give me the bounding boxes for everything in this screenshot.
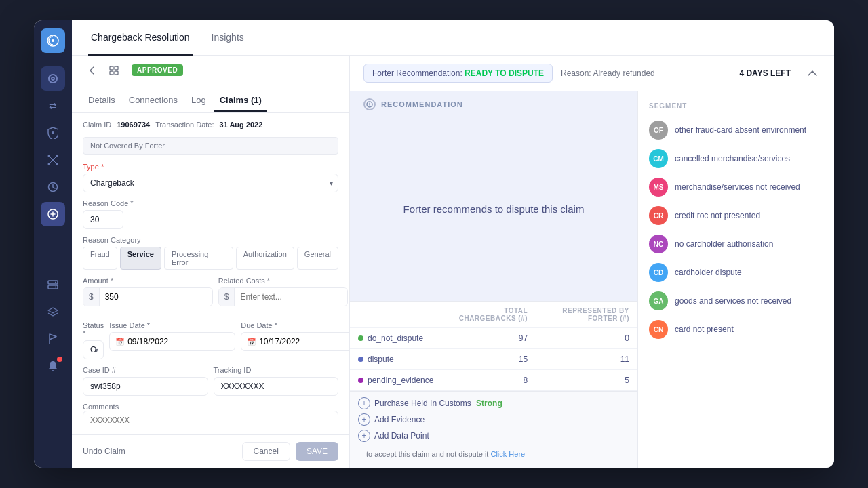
amount-prefix: $ xyxy=(83,288,100,306)
sidebar-item-nodes[interactable] xyxy=(41,148,65,172)
reason-category-row: Reason Category Fraud Service Processing… xyxy=(83,236,338,270)
sidebar-item-alert[interactable] xyxy=(41,354,65,378)
main-content: Chargeback Resolution Insights xyxy=(72,20,834,468)
issue-date-wrapper: 📅 xyxy=(109,332,235,351)
purchase-held-text: Purchase Held In Customs Strong xyxy=(374,399,502,408)
type-select[interactable]: Chargeback xyxy=(83,174,338,192)
purchase-held-strength: Strong xyxy=(476,399,502,408)
segment-item: GA goods and services not received xyxy=(649,291,823,310)
reason-code-input[interactable] xyxy=(83,210,123,229)
transaction-date-value: 31 Aug 2022 xyxy=(220,121,263,129)
add-purchase-button[interactable]: + xyxy=(358,397,370,409)
add-evidence-text: Add Evidence xyxy=(374,415,425,424)
svg-point-1 xyxy=(52,39,54,42)
type-label: Type * xyxy=(83,163,338,171)
segment-panel: SEGMENT OF other fraud-card absent envir… xyxy=(637,92,834,468)
sidebar-logo xyxy=(41,28,65,53)
segment-item: MS merchandise/services not received xyxy=(649,178,823,197)
view-toggle-button[interactable] xyxy=(104,61,123,80)
tab-log[interactable]: Log xyxy=(186,95,212,112)
svg-line-8 xyxy=(49,156,53,160)
click-here-link[interactable]: Click Here xyxy=(490,450,525,458)
save-button[interactable]: SAVE xyxy=(296,442,338,461)
evidence-area: + Purchase Held In Customs Strong + Add … xyxy=(350,391,637,468)
cancel-button[interactable]: Cancel xyxy=(242,442,290,461)
claim-id-label: Claim ID xyxy=(83,121,111,129)
reason-code-row: Reason Code * xyxy=(83,199,338,229)
tracking-id-input[interactable] xyxy=(214,377,339,396)
tab-details[interactable]: Details xyxy=(83,95,121,112)
sidebar-item-flag[interactable] xyxy=(41,327,65,351)
tab-insights[interactable]: Insights xyxy=(209,20,247,56)
issue-date-input[interactable] xyxy=(127,333,229,350)
comments-input[interactable] xyxy=(83,411,338,434)
sidebar-item-shield[interactable] xyxy=(41,121,65,145)
segment-avatar: OF xyxy=(649,121,668,140)
recommendation-header: Forter Recommendation: READY TO DISPUTE … xyxy=(350,56,834,92)
reason-category-tabs: Fraud Service Processing Error Authoriza… xyxy=(83,247,338,270)
due-date-label: Due Date * xyxy=(241,321,349,329)
sidebar-item-layers[interactable] xyxy=(41,300,65,324)
row-label: do_not_dispute xyxy=(350,328,441,349)
add-evidence-item: + Add Evidence xyxy=(358,413,629,426)
tab-connections[interactable]: Connections xyxy=(123,95,183,112)
reason-value: Already refunded xyxy=(593,68,654,78)
sidebar-item-arrows[interactable]: ⇄ xyxy=(41,94,65,118)
tab-claims[interactable]: Claims (1) xyxy=(214,95,267,112)
sidebar-item-fingerprint[interactable] xyxy=(41,66,65,91)
comments-section: Comments xyxy=(83,403,338,434)
sidebar-item-time[interactable] xyxy=(41,175,65,199)
sub-nav: APPROVED xyxy=(72,56,349,85)
sidebar-item-active-center[interactable] xyxy=(41,202,65,226)
segment-avatar: MS xyxy=(649,178,668,197)
calendar-icon: 📅 xyxy=(115,338,125,346)
due-date-group: Due Date * 📅 xyxy=(241,321,349,359)
tracking-id-group: Tracking ID xyxy=(214,366,339,396)
add-evidence-button[interactable]: + xyxy=(358,413,370,426)
rc-tab-authorization[interactable]: Authorization xyxy=(236,247,294,270)
rc-tab-general[interactable]: General xyxy=(297,247,338,270)
detail-tabs: Details Connections Log Claims (1) xyxy=(72,85,349,113)
middle-section: RECOMMENDATION Forter recommends to disp… xyxy=(350,92,834,468)
due-date-input[interactable] xyxy=(259,333,349,350)
tab-chargeback-resolution[interactable]: Chargeback Resolution xyxy=(88,20,193,56)
table-row: pending_evidence 8 5 xyxy=(350,370,637,391)
amount-row: Amount * $ Related Costs * $ xyxy=(83,277,338,314)
row-total: 8 xyxy=(441,370,536,391)
rec-title: RECOMMENDATION xyxy=(381,100,463,108)
related-costs-input[interactable] xyxy=(235,288,347,306)
add-data-point-text: Add Data Point xyxy=(374,431,429,441)
rec-title-icon xyxy=(363,98,376,110)
undo-claim-link[interactable]: Undo Claim xyxy=(83,447,125,456)
rc-tab-fraud[interactable]: Fraud xyxy=(83,247,117,270)
segment-item: CN card not present xyxy=(649,320,823,339)
amount-group: Amount * $ xyxy=(83,277,213,314)
type-row: Type * Chargeback xyxy=(83,163,338,192)
amount-label: Amount * xyxy=(83,277,213,285)
chargebacks-table: TOTAL CHARGEBACKS (#) REPRESENTED BY FOR… xyxy=(350,302,637,391)
due-date-wrapper: 📅 xyxy=(241,332,349,351)
rc-tab-processing[interactable]: Processing Error xyxy=(164,247,233,270)
case-id-input[interactable] xyxy=(83,377,208,396)
segment-avatar: GA xyxy=(649,291,668,310)
add-data-point-button[interactable]: + xyxy=(358,430,370,442)
rec-prefix: Forter Recommendation: xyxy=(372,68,462,78)
recommendation-tag: Forter Recommendation: READY TO DISPUTE xyxy=(363,64,553,83)
rc-tab-service[interactable]: Service xyxy=(120,247,161,270)
segment-avatar: CN xyxy=(649,320,668,339)
claim-id-row: Claim ID 19069734 Transaction Date: 31 A… xyxy=(83,121,338,129)
segment-title: SEGMENT xyxy=(649,102,823,110)
bottom-buttons: Cancel SAVE xyxy=(242,442,338,461)
segment-avatar: NC xyxy=(649,235,668,253)
amount-input[interactable] xyxy=(100,288,212,306)
status-select[interactable]: Open xyxy=(83,340,104,359)
segment-avatar: CR xyxy=(649,206,668,225)
bottom-bar: Undo Claim Cancel SAVE xyxy=(72,434,349,468)
segment-label: goods and services not received xyxy=(675,296,791,306)
claim-id-value: 19069734 xyxy=(117,121,150,129)
back-button[interactable] xyxy=(83,61,102,80)
collapse-button[interactable] xyxy=(804,65,821,81)
segment-item: CM cancelled merchandise/services xyxy=(649,149,823,168)
sidebar-item-server[interactable] xyxy=(41,272,65,297)
segment-label: other fraud-card absent environment xyxy=(675,125,806,135)
